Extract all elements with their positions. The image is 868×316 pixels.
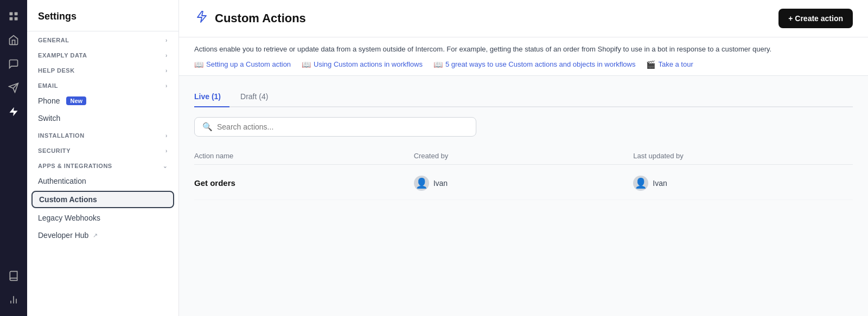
- column-last-updated-by: Last updated by: [633, 152, 853, 160]
- sidebar-section-header-email[interactable]: EMAIL ›: [27, 77, 178, 92]
- chart-icon[interactable]: [4, 290, 23, 309]
- chevron-down-icon: ⌄: [163, 163, 168, 169]
- sidebar-section-header-apps[interactable]: APPS & INTEGRATIONS ⌄: [27, 157, 178, 172]
- sidebar-section-header-helpdesk[interactable]: HELP DESK ›: [27, 62, 178, 77]
- updated-by-cell: Ivan: [633, 176, 853, 191]
- sidebar-item-legacy-webhooks[interactable]: Legacy Webhooks: [27, 209, 178, 227]
- header-left: Custom Actions: [194, 9, 306, 28]
- sidebar-item-phone[interactable]: Phone New: [27, 92, 178, 109]
- new-badge: New: [66, 96, 86, 105]
- page-title: Custom Actions: [215, 11, 306, 25]
- table-row[interactable]: Get orders Ivan Ivan: [194, 167, 853, 200]
- tour-icon: 🎬: [646, 60, 655, 69]
- sidebar-item-switch[interactable]: Switch: [27, 109, 178, 127]
- sidebar-title: Settings: [27, 0, 178, 31]
- sidebar-item-custom-actions[interactable]: Custom Actions: [31, 191, 174, 208]
- send-icon[interactable]: [4, 78, 23, 98]
- sidebar: Settings GENERAL › EXAMPLY DATA › HELP D…: [27, 0, 179, 316]
- sidebar-section-email: EMAIL › Phone New Switch: [27, 77, 178, 127]
- description-bar: Actions enable you to retrieve or update…: [179, 37, 868, 76]
- svg-rect-1: [15, 12, 18, 16]
- chevron-right-icon: ›: [165, 133, 168, 139]
- sidebar-section-header-security[interactable]: SECURITY ›: [27, 142, 178, 157]
- chevron-right-icon: ›: [165, 37, 168, 43]
- chevron-right-icon: ›: [165, 83, 168, 89]
- sidebar-item-developer-hub[interactable]: Developer Hub ↗: [27, 227, 178, 244]
- tab-draft[interactable]: Draft (4): [240, 87, 277, 107]
- lightning-icon[interactable]: [4, 102, 23, 121]
- avatar-updated-by: [633, 176, 648, 191]
- chevron-right-icon: ›: [165, 148, 168, 154]
- sidebar-section-header-examply[interactable]: EXAMPLY DATA ›: [27, 47, 178, 62]
- search-box[interactable]: 🔍: [194, 117, 476, 137]
- created-by-cell: Ivan: [414, 176, 634, 191]
- tabs: Live (1) Draft (4): [194, 87, 853, 107]
- link-take-tour[interactable]: 🎬 Take a tour: [646, 60, 693, 69]
- content-area: Live (1) Draft (4) 🔍 Action name Created…: [179, 76, 868, 317]
- sidebar-section-header-installation[interactable]: INSTALLATION ›: [27, 127, 178, 142]
- table-header: Action name Created by Last updated by: [194, 147, 853, 165]
- sidebar-section-apps: APPS & INTEGRATIONS ⌄ Authentication Cus…: [27, 157, 178, 244]
- svg-rect-3: [15, 17, 18, 21]
- chevron-right-icon: ›: [165, 68, 168, 74]
- svg-rect-0: [10, 12, 13, 16]
- chevron-right-icon: ›: [165, 53, 168, 59]
- created-by-name: Ivan: [433, 179, 448, 188]
- custom-actions-icon: [194, 9, 209, 28]
- column-action-name: Action name: [194, 152, 414, 160]
- action-name-get-orders: Get orders: [194, 178, 414, 188]
- search-input[interactable]: [217, 122, 468, 131]
- create-action-button[interactable]: + Create action: [778, 9, 853, 28]
- book-link-icon-3: 📖: [433, 60, 443, 69]
- book-link-icon-2: 📖: [302, 60, 311, 69]
- link-setting-up[interactable]: 📖 Setting up a Custom action: [194, 60, 291, 69]
- sidebar-item-authentication[interactable]: Authentication: [27, 172, 178, 190]
- book-link-icon: 📖: [194, 60, 203, 69]
- updated-by-name: Ivan: [653, 179, 667, 188]
- tab-live[interactable]: Live (1): [194, 87, 229, 107]
- home-icon[interactable]: [4, 30, 23, 50]
- sidebar-section-security: SECURITY ›: [27, 142, 178, 157]
- sidebar-section-installation: INSTALLATION ›: [27, 127, 178, 142]
- external-link-icon: ↗: [93, 232, 98, 239]
- grid-icon[interactable]: [4, 7, 23, 26]
- links-row: 📖 Setting up a Custom action 📖 Using Cus…: [194, 60, 853, 69]
- link-5-great-ways[interactable]: 📖 5 great ways to use Custom actions and…: [433, 60, 635, 69]
- main-content: Custom Actions + Create action Actions e…: [179, 0, 868, 316]
- sidebar-section-examply: EXAMPLY DATA ›: [27, 47, 178, 62]
- icon-nav: [0, 0, 27, 316]
- sidebar-section-header-general[interactable]: GENERAL ›: [27, 31, 178, 47]
- book-icon[interactable]: [4, 266, 23, 286]
- avatar-created-by: [414, 176, 429, 191]
- sidebar-section-helpdesk: HELP DESK ›: [27, 62, 178, 77]
- column-created-by: Created by: [414, 152, 634, 160]
- svg-rect-2: [10, 17, 13, 21]
- main-header: Custom Actions + Create action: [179, 0, 868, 37]
- message-icon[interactable]: [4, 54, 23, 74]
- search-icon: 🔍: [202, 122, 213, 132]
- description-text: Actions enable you to retrieve or update…: [194, 44, 853, 55]
- link-using-in-workflows[interactable]: 📖 Using Custom actions in workflows: [302, 60, 423, 69]
- svg-marker-6: [10, 107, 18, 117]
- sidebar-section-general: GENERAL ›: [27, 31, 178, 47]
